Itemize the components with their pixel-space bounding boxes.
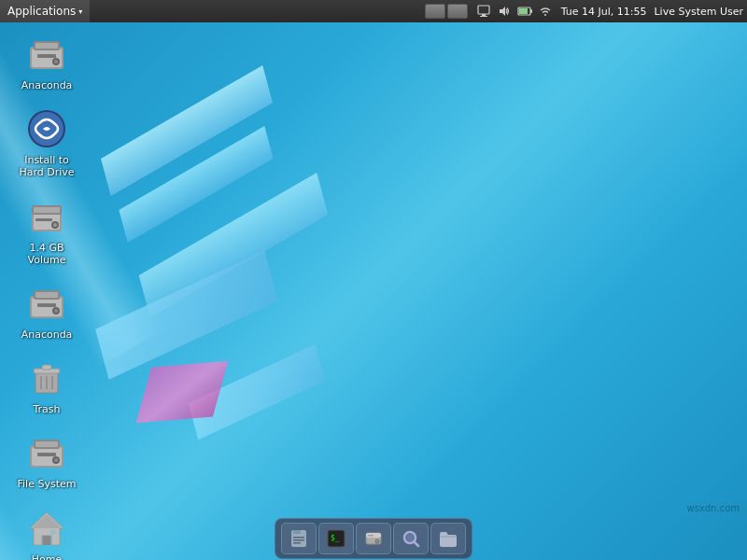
window-btn-1[interactable] bbox=[425, 4, 445, 19]
window-manager-buttons bbox=[425, 4, 468, 19]
desktop-icon-install[interactable]: Install toHard Drive bbox=[9, 103, 84, 182]
anaconda-label: Anaconda bbox=[21, 79, 73, 91]
desktop-icon-filesystem[interactable]: File System bbox=[9, 427, 84, 494]
filesystem-icon-image bbox=[24, 430, 69, 475]
username[interactable]: Live System User bbox=[654, 6, 743, 18]
svg-point-22 bbox=[53, 223, 57, 227]
svg-rect-26 bbox=[35, 292, 58, 298]
svg-rect-39 bbox=[35, 441, 58, 447]
volume-icon[interactable] bbox=[496, 3, 513, 20]
svg-rect-58 bbox=[368, 535, 374, 537]
svg-point-42 bbox=[54, 458, 58, 462]
svg-rect-11 bbox=[37, 54, 56, 58]
desktop-icon-anaconda2[interactable]: Anaconda bbox=[9, 277, 84, 344]
desktop-icon-anaconda[interactable]: Anaconda bbox=[9, 28, 84, 95]
window-btn-2[interactable] bbox=[447, 4, 468, 19]
svg-rect-10 bbox=[35, 43, 58, 49]
svg-rect-19 bbox=[34, 207, 60, 213]
svg-text:$_: $_ bbox=[331, 534, 340, 542]
desktop-icons: Anaconda Install toHard Drive bbox=[9, 28, 84, 560]
svg-rect-50 bbox=[293, 539, 304, 541]
desktop-icon-trash[interactable]: Trash bbox=[9, 352, 84, 419]
applications-label: Applications bbox=[7, 5, 76, 18]
anaconda-icon-image bbox=[24, 32, 69, 77]
datetime: Tue 14 Jul, 11:55 bbox=[561, 6, 647, 18]
svg-rect-27 bbox=[37, 303, 56, 307]
taskbar: $_ bbox=[0, 517, 747, 560]
svg-rect-20 bbox=[35, 218, 52, 221]
top-panel: Applications ▾ bbox=[0, 0, 747, 22]
taskbar-files-button[interactable] bbox=[281, 523, 317, 554]
anaconda2-label: Anaconda bbox=[21, 329, 73, 341]
desktop: Applications ▾ bbox=[0, 0, 747, 560]
volume-icon-image bbox=[24, 194, 69, 239]
volume-label: 1.4 GBVolume bbox=[28, 242, 66, 266]
svg-rect-5 bbox=[530, 9, 532, 13]
applications-arrow: ▾ bbox=[78, 7, 82, 16]
svg-rect-2 bbox=[480, 16, 487, 17]
svg-rect-1 bbox=[482, 14, 486, 16]
svg-point-61 bbox=[406, 534, 414, 541]
watermark: wsxdn.com bbox=[686, 503, 740, 513]
svg-rect-6 bbox=[519, 8, 528, 14]
filesystem-label: File System bbox=[18, 478, 77, 490]
desktop-icon-volume[interactable]: 1.4 GBVolume bbox=[9, 190, 84, 270]
install-icon-image bbox=[24, 106, 69, 151]
taskbar-inner: $_ bbox=[275, 518, 472, 559]
panel-right: Tue 14 Jul, 11:55 Live System User bbox=[472, 3, 747, 20]
svg-point-13 bbox=[54, 60, 58, 63]
taskbar-terminal-button[interactable]: $_ bbox=[318, 523, 354, 554]
svg-line-60 bbox=[415, 542, 419, 547]
battery-icon[interactable] bbox=[516, 3, 533, 20]
taskbar-disks-button[interactable] bbox=[356, 523, 391, 554]
svg-point-57 bbox=[376, 540, 378, 542]
network-icon[interactable] bbox=[537, 3, 554, 20]
svg-rect-40 bbox=[37, 453, 56, 456]
applications-menu[interactable]: Applications ▾ bbox=[0, 0, 90, 22]
trash-label: Trash bbox=[33, 403, 60, 415]
svg-rect-49 bbox=[293, 537, 304, 539]
install-label: Install toHard Drive bbox=[19, 154, 74, 178]
taskbar-folder-button[interactable] bbox=[430, 523, 466, 554]
svg-rect-51 bbox=[293, 542, 301, 544]
watermark-text: wsxdn.com bbox=[686, 503, 740, 513]
svg-rect-0 bbox=[478, 6, 489, 14]
svg-marker-3 bbox=[500, 7, 505, 16]
anaconda2-icon-image bbox=[24, 281, 69, 326]
screen-icon[interactable] bbox=[475, 3, 492, 20]
trash-icon-image bbox=[24, 356, 69, 400]
svg-point-29 bbox=[54, 309, 58, 313]
taskbar-search-button[interactable] bbox=[393, 523, 429, 554]
svg-rect-48 bbox=[293, 530, 301, 534]
svg-rect-35 bbox=[42, 365, 51, 370]
